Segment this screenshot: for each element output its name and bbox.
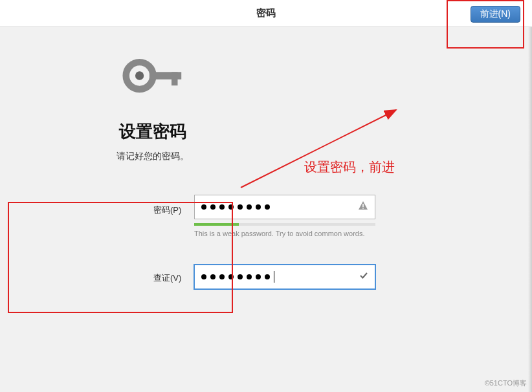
key-icon-container xyxy=(122,53,184,101)
header-title: 密码 xyxy=(256,7,276,19)
confirm-row: 查证(V) xyxy=(157,265,375,289)
svg-rect-5 xyxy=(362,208,364,209)
svg-rect-4 xyxy=(362,204,364,207)
content-area: 设置密码 请记好您的密码。 密码(P) This is a weak passw… xyxy=(0,27,532,289)
confirm-value xyxy=(201,271,359,283)
password-strength-hint: This is a weak password. Try to avoid co… xyxy=(194,230,375,237)
next-button[interactable]: 前进(N) xyxy=(471,6,520,23)
watermark: ©51CTO博客 xyxy=(485,378,527,388)
password-input[interactable] xyxy=(194,195,375,219)
password-value xyxy=(201,204,358,210)
password-form: 密码(P) This is a weak password. Try to av… xyxy=(157,195,375,289)
check-icon xyxy=(359,271,368,283)
confirm-field-label: 查证(V) xyxy=(153,272,181,284)
warning-icon xyxy=(358,201,368,213)
password-field-label: 密码(P) xyxy=(153,204,181,216)
page-title: 设置密码 xyxy=(116,120,189,143)
password-strength-bar xyxy=(194,223,375,226)
header-bar: 密码 前进(N) xyxy=(0,0,532,27)
confirm-password-input[interactable] xyxy=(194,265,375,289)
svg-rect-3 xyxy=(172,72,178,85)
key-icon xyxy=(122,89,184,100)
page-subtitle: 请记好您的密码。 xyxy=(116,151,189,162)
title-block: 设置密码 请记好您的密码。 xyxy=(116,120,189,162)
svg-point-1 xyxy=(135,71,143,80)
annotation-text: 设置密码，前进 xyxy=(304,158,395,176)
right-shadow xyxy=(528,27,532,392)
